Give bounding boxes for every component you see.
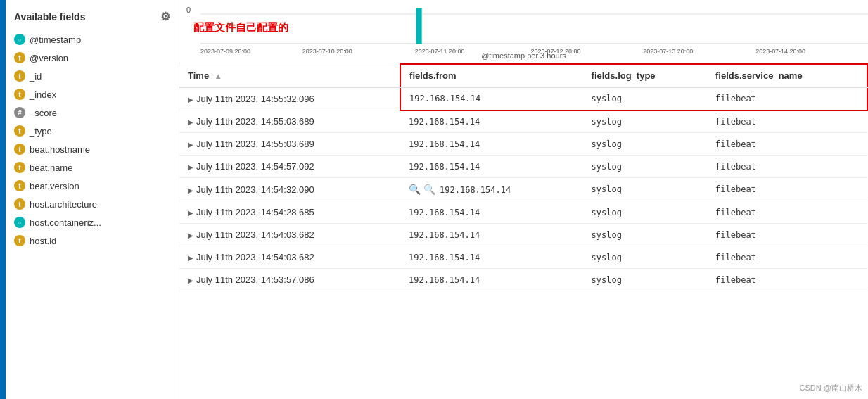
- cell-service-name-1: filebeat: [707, 110, 867, 133]
- table-area: Time ▲ fields.from fields.log_type field…: [179, 63, 868, 399]
- watermark: CSDN @南山桥木: [800, 383, 862, 393]
- table-row: ▶July 11th 2023, 14:55:32.096192.168.154…: [179, 87, 867, 110]
- expand-btn-7[interactable]: ▶: [188, 254, 193, 262]
- cell-from-1: 192.168.154.14: [400, 110, 583, 133]
- cell-service-name-3: filebeat: [707, 156, 867, 178]
- cell-log-type-6: syslog: [583, 224, 707, 246]
- sidebar-item-beat-name[interactable]: tbeat.name: [6, 158, 179, 177]
- expand-btn-4[interactable]: ▶: [188, 186, 193, 194]
- expand-btn-0[interactable]: ▶: [188, 96, 193, 103]
- sidebar-title: Available fields: [14, 11, 85, 23]
- sidebar-item--index[interactable]: t_index: [6, 85, 179, 103]
- cell-service-name-8: filebeat: [707, 269, 867, 291]
- cell-from-7: 192.168.154.14: [400, 246, 583, 269]
- table-row: ▶July 11th 2023, 14:54:28.685192.168.154…: [179, 201, 867, 224]
- cell-time-4: ▶July 11th 2023, 14:54:32.090: [179, 178, 400, 201]
- sidebar-field-label-4: _score: [30, 108, 57, 118]
- sort-arrow-icon: ▲: [215, 72, 222, 80]
- type-badge-8: t: [14, 180, 25, 191]
- cell-time-8: ▶July 11th 2023, 14:53:57.086: [179, 269, 400, 291]
- sidebar-field-label-8: beat.version: [30, 181, 79, 191]
- type-badge-7: t: [14, 162, 25, 173]
- col-time[interactable]: Time ▲: [179, 64, 400, 87]
- type-badge-6: t: [14, 144, 25, 155]
- expand-btn-5[interactable]: ▶: [188, 209, 193, 217]
- type-badge-3: t: [14, 89, 25, 100]
- sidebar-item-beat-version[interactable]: tbeat.version: [6, 177, 179, 195]
- chart-xlabel: @timestamp per 3 hours: [179, 51, 868, 60]
- sidebar-field-label-5: _type: [30, 126, 52, 137]
- cell-log-type-7: syslog: [583, 246, 707, 269]
- type-badge-9: t: [14, 198, 25, 210]
- cell-log-type-5: syslog: [583, 201, 707, 224]
- cell-from-4: 🔍🔍192.168.154.14: [400, 178, 583, 201]
- sidebar-field-label-2: _id: [30, 71, 42, 82]
- expand-btn-8[interactable]: ▶: [188, 277, 193, 284]
- expand-btn-6[interactable]: ▶: [188, 232, 193, 239]
- sidebar-item--timestamp[interactable]: ○@timestamp: [6, 30, 179, 49]
- sidebar-field-label-3: _index: [30, 89, 56, 100]
- sidebar-field-label-10: host.containeriz...: [30, 217, 101, 228]
- cell-time-0: ▶July 11th 2023, 14:55:32.096: [179, 87, 400, 110]
- expand-btn-1[interactable]: ▶: [188, 118, 193, 126]
- cell-log-type-0: syslog: [583, 87, 707, 110]
- table-row: ▶July 11th 2023, 14:53:57.086192.168.154…: [179, 269, 867, 291]
- table-body: ▶July 11th 2023, 14:55:32.096192.168.154…: [179, 87, 867, 291]
- cell-time-7: ▶July 11th 2023, 14:54:03.682: [179, 246, 400, 269]
- sidebar-item-beat-hostname[interactable]: tbeat.hostname: [6, 140, 179, 158]
- expand-btn-2[interactable]: ▶: [188, 141, 193, 148]
- table-row: ▶July 11th 2023, 14:54:03.682192.168.154…: [179, 224, 867, 246]
- cell-service-name-6: filebeat: [707, 224, 867, 246]
- table-row: ▶July 11th 2023, 14:54:03.682192.168.154…: [179, 246, 867, 269]
- sidebar-item-host-containeriz---[interactable]: ○host.containeriz...: [6, 213, 179, 232]
- gear-icon[interactable]: ⚙: [160, 10, 170, 23]
- cell-time-1: ▶July 11th 2023, 14:55:03.689: [179, 110, 400, 133]
- table-row: ▶July 11th 2023, 14:55:03.689192.168.154…: [179, 110, 867, 133]
- table-row: ▶July 11th 2023, 14:54:32.090🔍🔍192.168.1…: [179, 178, 867, 201]
- cell-time-3: ▶July 11th 2023, 14:54:57.092: [179, 156, 400, 178]
- cell-log-type-2: syslog: [583, 133, 707, 156]
- cell-service-name-4: filebeat: [707, 178, 867, 201]
- sidebar-item--type[interactable]: t_type: [6, 122, 179, 140]
- cell-from-8: 192.168.154.14: [400, 269, 583, 291]
- sidebar-field-label-7: beat.name: [30, 163, 72, 173]
- col-fields-log-type[interactable]: fields.log_type: [583, 64, 707, 87]
- sidebar-item--id[interactable]: t_id: [6, 67, 179, 85]
- type-badge-0: ○: [14, 34, 25, 45]
- zoom-out-icon[interactable]: 🔍: [423, 184, 435, 195]
- cell-from-2: 192.168.154.14: [400, 133, 583, 156]
- expand-btn-3[interactable]: ▶: [188, 163, 193, 171]
- cell-log-type-1: syslog: [583, 110, 707, 133]
- sidebar-item--version[interactable]: t@version: [6, 49, 179, 67]
- sidebar-field-label-0: @timestamp: [30, 34, 81, 45]
- table-header-row: Time ▲ fields.from fields.log_type field…: [179, 64, 867, 87]
- sidebar-edge: [0, 0, 6, 399]
- chart-area: 配置文件自己配置的 0 2023-07-09 20:00 2023-07-10 …: [179, 0, 868, 63]
- sidebar-field-label-6: beat.hostname: [30, 144, 90, 155]
- cell-log-type-3: syslog: [583, 156, 707, 178]
- sidebar-items: ○@timestampt@versiont_idt_index#_scoret_…: [0, 30, 179, 250]
- main-content: 配置文件自己配置的 0 2023-07-09 20:00 2023-07-10 …: [179, 0, 868, 399]
- cell-time-6: ▶July 11th 2023, 14:54:03.682: [179, 224, 400, 246]
- cell-time-2: ▶July 11th 2023, 14:55:03.689: [179, 133, 400, 156]
- cell-from-6: 192.168.154.14: [400, 224, 583, 246]
- col-fields-from[interactable]: fields.from: [400, 64, 583, 87]
- svg-text:0: 0: [186, 6, 191, 14]
- chart-annotation: 配置文件自己配置的: [193, 21, 288, 34]
- sidebar: Available fields ⚙ ○@timestampt@versiont…: [0, 0, 179, 399]
- sidebar-field-label-9: host.architecture: [30, 199, 97, 210]
- sidebar-field-label-1: @version: [30, 53, 68, 63]
- cell-service-name-5: filebeat: [707, 201, 867, 224]
- sidebar-item-host-id[interactable]: thost.id: [6, 232, 179, 250]
- cell-from-5: 192.168.154.14: [400, 201, 583, 224]
- table-row: ▶July 11th 2023, 14:54:57.092192.168.154…: [179, 156, 867, 178]
- cell-log-type-8: syslog: [583, 269, 707, 291]
- zoom-in-icon[interactable]: 🔍: [409, 184, 421, 195]
- cell-from-3: 192.168.154.14: [400, 156, 583, 178]
- sidebar-item-host-architecture[interactable]: thost.architecture: [6, 195, 179, 213]
- cell-from-0: 192.168.154.14: [400, 87, 583, 110]
- sidebar-item--score[interactable]: #_score: [6, 103, 179, 122]
- zoom-icons-4: 🔍🔍: [409, 184, 435, 195]
- col-fields-service-name[interactable]: fields.service_name: [707, 64, 867, 87]
- cell-service-name-7: filebeat: [707, 246, 867, 269]
